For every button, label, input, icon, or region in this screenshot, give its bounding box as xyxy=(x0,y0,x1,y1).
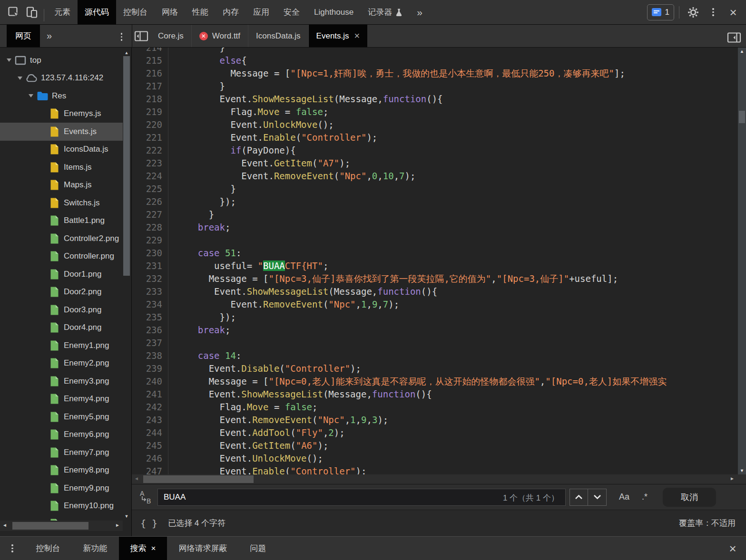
tree-item-Res[interactable]: Res xyxy=(0,87,123,105)
line-number[interactable]: 246 xyxy=(132,452,168,465)
navigator-more-tabs[interactable]: » xyxy=(40,25,59,47)
line-number[interactable]: 227 xyxy=(132,208,168,221)
scroll-right-icon[interactable]: ► xyxy=(115,522,120,528)
line-number[interactable]: 243 xyxy=(132,414,168,426)
line-number[interactable]: 218 xyxy=(132,93,168,106)
tree-item-Enemy10.png[interactable]: Enemy10.png xyxy=(0,497,123,515)
issues-button[interactable]: 1 xyxy=(647,4,674,20)
tree-item-Door1.png[interactable]: Door1.png xyxy=(0,265,123,283)
more-options-menu[interactable] xyxy=(704,4,722,21)
file-tab-IconsData.js[interactable]: IconsData.js xyxy=(248,25,309,47)
line-number[interactable]: 221 xyxy=(132,131,168,144)
scroll-down-icon[interactable]: ▼ xyxy=(738,468,746,473)
scrollbar-thumb[interactable] xyxy=(123,56,130,276)
line-number[interactable]: 228 xyxy=(132,221,168,234)
scroll-up-icon[interactable]: ▲ xyxy=(738,49,746,54)
panel-tab-控制台[interactable]: 控制台 xyxy=(116,0,155,24)
sidebar-horizontal-scrollbar[interactable]: ◄ ► xyxy=(0,521,123,531)
tab-page[interactable]: 网页 xyxy=(7,25,40,47)
more-panels-button[interactable]: » xyxy=(410,0,430,24)
line-number[interactable]: 216 xyxy=(132,67,168,80)
tree-item-Enemy7.png[interactable]: Enemy7.png xyxy=(0,444,123,462)
line-number[interactable]: 214 xyxy=(132,48,168,54)
settings-gear-icon[interactable] xyxy=(684,4,702,21)
drawer-tab-新功能[interactable]: 新功能 xyxy=(72,537,119,560)
editor-vertical-scrollbar[interactable]: ▲ ▼ xyxy=(738,48,746,474)
scroll-up-icon[interactable]: ▲ xyxy=(123,50,130,55)
tree-item-Door3.png[interactable]: Door3.png xyxy=(0,301,123,319)
inspect-element-icon[interactable] xyxy=(5,4,23,21)
tree-item-Enemy3.png[interactable]: Enemy3.png xyxy=(0,372,123,390)
line-number[interactable]: 234 xyxy=(132,298,168,311)
panel-tab-性能[interactable]: 性能 xyxy=(185,0,216,24)
scrollbar-thumb[interactable] xyxy=(739,111,745,123)
drawer-tab-问题[interactable]: 问题 xyxy=(238,537,277,560)
tree-item-123.57.4.116:242[interactable]: 123.57.4.116:242 xyxy=(0,69,123,87)
line-number[interactable]: 226 xyxy=(132,195,168,208)
tree-item-Door4.png[interactable]: Door4.png xyxy=(0,319,123,337)
line-number[interactable]: 245 xyxy=(132,439,168,452)
toggle-debugger-sidebar-button[interactable] xyxy=(725,29,743,46)
line-number[interactable]: 233 xyxy=(132,285,168,298)
toggle-navigator-button[interactable] xyxy=(132,28,150,45)
tree-item-Events.js[interactable]: Events.js xyxy=(0,123,123,141)
scroll-left-icon[interactable]: ◄ xyxy=(134,476,139,481)
scrollbar-thumb[interactable] xyxy=(143,475,254,483)
line-number[interactable]: 235 xyxy=(132,311,168,324)
match-case-button[interactable]: Aa xyxy=(619,492,629,502)
panel-tab-内存[interactable]: 内存 xyxy=(216,0,246,24)
panel-tab-Lighthouse[interactable]: Lighthouse xyxy=(307,0,361,24)
close-devtools-button[interactable]: × xyxy=(724,4,742,21)
search-previous-button[interactable] xyxy=(569,489,588,506)
file-tab-Events.js[interactable]: Events.js× xyxy=(309,25,368,47)
tree-item-Items.js[interactable]: Items.js xyxy=(0,158,123,176)
line-number[interactable]: 223 xyxy=(132,157,168,170)
line-number[interactable]: 237 xyxy=(132,337,168,349)
tree-expand-arrow-icon[interactable] xyxy=(27,94,35,97)
tree-item-Switchs.js[interactable]: Switchs.js xyxy=(0,194,123,212)
tree-expand-arrow-icon[interactable] xyxy=(5,58,13,62)
drawer-menu-icon[interactable] xyxy=(11,544,13,552)
pretty-print-icon[interactable]: { } xyxy=(140,518,157,529)
tree-item-Enemy9.png[interactable]: Enemy9.png xyxy=(0,479,123,497)
cancel-button[interactable]: 取消 xyxy=(663,488,716,507)
line-number[interactable]: 232 xyxy=(132,272,168,285)
line-number[interactable]: 217 xyxy=(132,80,168,93)
line-number[interactable]: 229 xyxy=(132,234,168,247)
tree-item-IconsData.js[interactable]: IconsData.js xyxy=(0,141,123,159)
line-number[interactable]: 241 xyxy=(132,388,168,401)
regex-button[interactable]: .* xyxy=(642,492,648,502)
line-number[interactable]: 236 xyxy=(132,324,168,337)
replace-toggle-button[interactable]: A B xyxy=(137,489,155,506)
tree-item-Door2.png[interactable]: Door2.png xyxy=(0,283,123,301)
tree-item-Enemy2.png[interactable]: Enemy2.png xyxy=(0,355,123,373)
tree-item-Enemy5.png[interactable]: Enemy5.png xyxy=(0,408,123,426)
close-tab-icon[interactable]: × xyxy=(151,544,156,553)
tree-item-Enemy8.png[interactable]: Enemy8.png xyxy=(0,462,123,480)
tree-item-Enemys.js[interactable]: Enemys.js xyxy=(0,105,123,123)
panel-tab-安全[interactable]: 安全 xyxy=(276,0,307,24)
tree-item-Enemy1.png[interactable]: Enemy1.png xyxy=(0,337,123,355)
editor-horizontal-scrollbar[interactable]: ◄ ► xyxy=(132,474,746,484)
line-number[interactable]: 215 xyxy=(132,54,168,67)
scrollbar-thumb[interactable] xyxy=(12,522,88,530)
line-number[interactable]: 222 xyxy=(132,144,168,157)
sidebar-vertical-scrollbar[interactable]: ▲ ▼ xyxy=(123,48,130,521)
panel-tab-元素[interactable]: 元素 xyxy=(47,0,78,24)
line-number[interactable]: 238 xyxy=(132,349,168,362)
line-number[interactable]: 219 xyxy=(132,106,168,118)
scroll-left-icon[interactable]: ◄ xyxy=(2,522,7,528)
line-number[interactable]: 224 xyxy=(132,170,168,183)
line-number[interactable]: 242 xyxy=(132,401,168,414)
drawer-tab-控制台[interactable]: 控制台 xyxy=(25,537,72,560)
tree-expand-arrow-icon[interactable] xyxy=(16,77,24,80)
line-number[interactable]: 231 xyxy=(132,260,168,272)
line-number[interactable]: 225 xyxy=(132,183,168,195)
close-drawer-button[interactable]: × xyxy=(728,540,746,557)
line-number[interactable]: 244 xyxy=(132,426,168,439)
panel-tab-应用[interactable]: 应用 xyxy=(246,0,276,24)
scroll-right-icon[interactable]: ► xyxy=(730,476,735,481)
close-tab-icon[interactable]: × xyxy=(354,30,360,41)
tree-item-Enemy4.png[interactable]: Enemy4.png xyxy=(0,390,123,408)
drawer-tab-网络请求屏蔽[interactable]: 网络请求屏蔽 xyxy=(167,537,238,560)
